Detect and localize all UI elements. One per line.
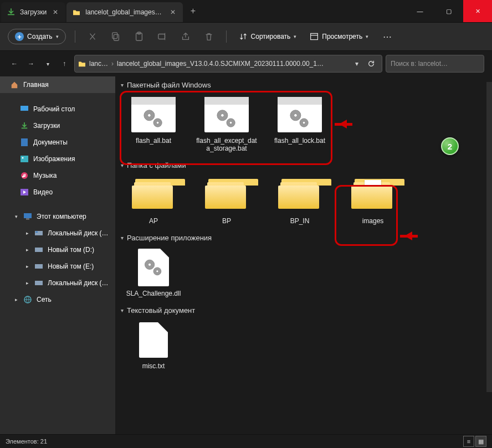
- paste-icon[interactable]: [131, 28, 147, 45]
- close-icon[interactable]: ✕: [51, 8, 60, 17]
- drive-icon: [34, 245, 43, 254]
- gear-icon: [204, 105, 249, 132]
- sidebar-item-music[interactable]: Музыка: [0, 167, 115, 184]
- desktop-icon: [20, 105, 29, 114]
- back-button[interactable]: ←: [8, 57, 21, 70]
- file-txt-icon: [139, 322, 168, 358]
- svg-rect-0: [114, 34, 119, 40]
- sidebar-item-label: Этот компьютер: [37, 213, 109, 220]
- sidebar-item-drive-c[interactable]: ▸ Локальный диск (C:): [0, 225, 115, 241]
- chevron-down-icon[interactable]: ▾: [350, 60, 364, 68]
- folder-item-bp[interactable]: BP: [193, 174, 260, 229]
- sidebar-item-this-pc[interactable]: ▾ Этот компьютер: [0, 208, 115, 225]
- cut-icon[interactable]: [84, 28, 101, 45]
- refresh-button[interactable]: [364, 60, 378, 68]
- folder-item-images[interactable]: images: [339, 174, 407, 229]
- svg-rect-16: [35, 231, 38, 233]
- sidebar-item-downloads[interactable]: Загрузки: [0, 117, 115, 134]
- tab-downloads[interactable]: Загрузки ✕: [1, 2, 65, 22]
- chevron-down-icon[interactable]: ▾: [41, 57, 54, 70]
- delete-icon[interactable]: [201, 28, 217, 45]
- svg-rect-4: [158, 34, 165, 39]
- forward-button[interactable]: →: [24, 57, 38, 70]
- more-button[interactable]: ⋯: [378, 29, 396, 44]
- copy-icon[interactable]: [107, 28, 124, 45]
- group-header-dll[interactable]: ▾ Расширение приложения: [115, 229, 492, 246]
- status-bar: Элементов: 21 ≡ ▦: [0, 434, 492, 448]
- svg-rect-18: [35, 264, 43, 269]
- maximize-button[interactable]: ▢: [434, 0, 463, 22]
- close-button[interactable]: ✕: [463, 0, 492, 22]
- group-header-folder[interactable]: ▾ Папка с файлами: [115, 157, 492, 174]
- pc-icon: [23, 212, 32, 221]
- add-tab-button[interactable]: +: [183, 6, 203, 16]
- sidebar-item-label: Документы: [33, 138, 109, 146]
- chevron-down-icon: ▾: [294, 34, 296, 39]
- group-header-bat[interactable]: ▾ Пакетный файл Windows: [115, 76, 492, 94]
- tab-label: Загрузки: [20, 8, 47, 16]
- group-grid-bat: flash_all.bat flash_all_except_data_stor…: [115, 94, 492, 157]
- annotation-badge: 2: [441, 137, 459, 155]
- sidebar-item-desktop[interactable]: Рабочий стол: [0, 101, 115, 117]
- chevron-down-icon: ▾: [121, 82, 124, 88]
- share-icon[interactable]: [177, 28, 194, 45]
- file-item-bat[interactable]: flash_all_lock.bat: [266, 94, 334, 157]
- breadcrumb-path[interactable]: lancelot_global_images_V13.0.4.0.SJCMIXM…: [114, 60, 350, 68]
- rename-icon[interactable]: [154, 28, 171, 45]
- sidebar-item-network[interactable]: ▸ Сеть: [0, 291, 115, 308]
- sidebar-item-label: Новый том (D:): [48, 246, 109, 254]
- toolbar: + Создать ▾ Сортировать ▾ Просмотреть ▾ …: [0, 22, 492, 51]
- chevron-down-icon[interactable]: ▾: [13, 214, 19, 219]
- annotation-arrow: [335, 120, 360, 128]
- folder-item-ap[interactable]: AP: [120, 174, 187, 229]
- svg-rect-7: [20, 111, 28, 112]
- folder-icon: [78, 60, 86, 67]
- tab-active-folder[interactable]: lancelot_global_images_V13.0 ✕: [66, 2, 183, 22]
- sidebar-item-documents[interactable]: Документы: [0, 134, 115, 151]
- view-label: Просмотреть: [322, 33, 362, 40]
- chevron-right-icon[interactable]: ▸: [13, 297, 19, 302]
- file-item-bat[interactable]: flash_all.bat: [120, 94, 187, 157]
- close-icon[interactable]: ✕: [168, 8, 177, 17]
- sidebar-item-drive-d[interactable]: ▸ Новый том (D:): [0, 241, 115, 258]
- group-label: Папка с файлами: [127, 161, 186, 169]
- sort-button[interactable]: Сортировать ▾: [235, 30, 300, 43]
- breadcrumb-root[interactable]: lanc…: [86, 60, 111, 68]
- group-grid-folder: AP BP BP_IN images: [115, 174, 492, 229]
- file-item-bat[interactable]: flash_all_except_data_storage.bat: [193, 94, 260, 157]
- sidebar-item-label: Рабочий стол: [33, 105, 109, 113]
- plus-icon: +: [15, 32, 24, 41]
- file-name: SLA_Challenge.dll: [126, 290, 181, 297]
- folder-icon: [72, 8, 81, 17]
- svg-point-10: [22, 157, 24, 159]
- svg-rect-9: [20, 156, 28, 162]
- sidebar-item-pictures[interactable]: Изображения: [0, 151, 115, 167]
- chevron-right-icon[interactable]: ▸: [24, 230, 30, 236]
- minimize-button[interactable]: —: [406, 0, 434, 22]
- folder-item-bpin[interactable]: BP_IN: [266, 174, 334, 229]
- scrollbar[interactable]: [486, 82, 492, 392]
- chevron-right-icon[interactable]: ▸: [24, 264, 30, 269]
- file-item-dll[interactable]: SLA_Challenge.dll: [120, 246, 187, 302]
- sidebar-item-drive-f[interactable]: ▸ Локальный диск (F:): [0, 275, 115, 291]
- file-item-txt[interactable]: misc.txt: [120, 319, 187, 374]
- view-large-button[interactable]: ▦: [475, 436, 486, 447]
- address-bar[interactable]: lanc… › lancelot_global_images_V13.0.4.0…: [74, 55, 382, 73]
- sidebar-item-label: Главная: [23, 81, 109, 89]
- sidebar-item-video[interactable]: Видео: [0, 184, 115, 200]
- chevron-down-icon: ▾: [121, 307, 124, 313]
- view-details-button[interactable]: ≡: [463, 436, 474, 447]
- chevron-right-icon[interactable]: ▸: [24, 280, 30, 286]
- sidebar-item-home[interactable]: Главная: [0, 76, 115, 93]
- folder-icon: [351, 179, 394, 211]
- sidebar-item-drive-e[interactable]: ▸ Новый том (E:): [0, 258, 115, 275]
- chevron-right-icon[interactable]: ▸: [24, 247, 30, 253]
- svg-point-36: [156, 270, 158, 272]
- search-input[interactable]: [386, 55, 484, 73]
- create-button[interactable]: + Создать ▾: [8, 29, 66, 44]
- view-button[interactable]: Просмотреть ▾: [306, 30, 372, 43]
- group-header-txt[interactable]: ▾ Текстовый документ: [115, 302, 492, 319]
- drive-icon: [34, 279, 43, 287]
- svg-rect-1: [112, 33, 117, 39]
- up-button[interactable]: ↑: [58, 57, 71, 70]
